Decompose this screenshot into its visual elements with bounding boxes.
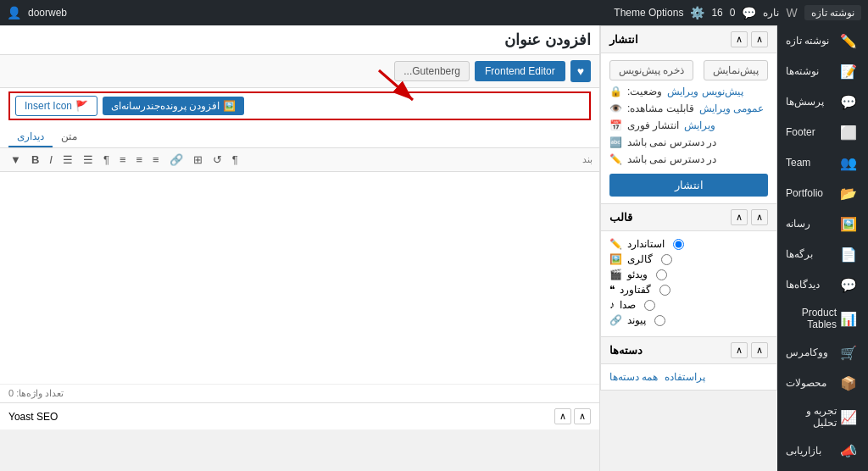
categories-section-header: ∧ ∧ دسته‌ها <box>601 337 776 364</box>
sidebar-item-marketing[interactable]: 📣 بازاریابی <box>777 435 868 466</box>
comments2-icon: 💬 <box>840 276 857 293</box>
sidebar-item-product-tables[interactable]: 📊 Product Tables <box>777 300 868 337</box>
slug-icon: 🔤 <box>609 136 622 148</box>
sidebar-label-portfolio: Portfolio <box>786 187 823 199</box>
editor-tabs: متن دیداری <box>0 124 599 148</box>
sidebar-item-products[interactable]: 📦 محصولات <box>777 368 868 398</box>
gutenberg-button[interactable]: Gutenberg... <box>394 61 470 81</box>
format-audio-radio[interactable] <box>644 300 655 311</box>
categories-common-link[interactable]: پراستفاده <box>665 371 705 383</box>
format-audio-icon: ♪ <box>609 299 615 311</box>
sidebar-item-footer[interactable]: ⬜ Footer <box>777 117 868 147</box>
media-icon: 🖼️ <box>840 215 857 232</box>
publish-button[interactable]: انتشار <box>609 174 768 197</box>
insert-bar-container: 🖼️ افزودن پرونده‌جندرسانه‌ای 🚩 Insert Ic… <box>0 91 599 120</box>
toolbar-paragraph[interactable]: ¶ <box>229 152 242 168</box>
cat-collapse-btn[interactable]: ∧ <box>751 342 768 358</box>
toolbar-italic[interactable]: I <box>46 152 56 168</box>
site-name[interactable]: doorweb <box>28 7 67 19</box>
settings-icon[interactable]: ⚙️ <box>690 6 704 19</box>
theme-options-label[interactable]: Theme Options <box>614 7 683 19</box>
sidebar-item-media[interactable]: 🖼️ رسانه <box>777 208 868 239</box>
tab-visual[interactable]: دیداری <box>8 127 53 147</box>
sidebar-item-woocommerce[interactable]: 🛒 ووکامرس <box>777 337 868 368</box>
format-up-btn[interactable]: ∧ <box>731 209 748 225</box>
format-title: قالب <box>609 211 632 224</box>
toolbar-align-l[interactable]: ≡ <box>149 152 163 168</box>
sidebar-label-media: رسانه <box>786 218 810 230</box>
editor-body[interactable] <box>0 172 599 384</box>
yoast-seo-bar[interactable]: ∧ ∧ Yoast SEO <box>0 402 599 429</box>
insert-icon-button[interactable]: 🚩 Insert Icon <box>15 96 97 116</box>
toolbar-link[interactable]: 🔗 <box>166 152 186 168</box>
frontend-editor-button[interactable]: Frontend Editor <box>475 61 565 81</box>
format-link-icon: 🔗 <box>609 314 622 326</box>
main-content-wrapper: ∧ ∧ انتشار پیش‌نمایش ذخره پیش‌نویس پیش‌ن… <box>0 25 777 471</box>
yoast-up-btn[interactable]: ∧ <box>574 408 591 424</box>
person-icon: 👤 <box>7 6 21 19</box>
format-link-radio[interactable] <box>654 315 665 326</box>
sidebar-item-analytics[interactable]: 📈 تجربه و تحلیل <box>777 398 868 435</box>
publish-collapse-btn[interactable]: ∧ <box>751 31 768 47</box>
preview-button[interactable]: پیش‌نمایش <box>704 60 768 80</box>
new-post-icon: ✏️ <box>840 32 857 49</box>
sidebar-item-team[interactable]: 👥 Team <box>777 147 868 178</box>
upload-media-button[interactable]: 🖼️ افزودن پرونده‌جندرسانه‌ای <box>103 97 244 115</box>
sidebar-label-new-post: نوشته تازه <box>786 35 829 47</box>
top-bar-left: doorweb 👤 <box>7 6 67 19</box>
posts-icon: 📝 <box>840 63 857 80</box>
update-count: 16 <box>711 7 722 19</box>
format-collapse-btn[interactable]: ∧ <box>751 209 768 225</box>
categories-all-link[interactable]: همه دسته‌ها <box>609 371 658 383</box>
toolbar-left: ¶ ↺ ⊞ 🔗 ≡ ≡ ≡ ¶ ☰ ☰ I B <box>7 152 242 168</box>
sidebar-label-team: Team <box>786 157 810 169</box>
format-video-radio[interactable] <box>656 269 667 280</box>
yoast-collapse-btn[interactable]: ∧ <box>554 408 571 424</box>
footer-icon: ⬜ <box>840 124 857 141</box>
tab-text[interactable]: متن <box>53 127 86 147</box>
sidebar-label-comments: پرسش‌ها <box>786 96 824 108</box>
categories-section-body: پراستفاده همه دسته‌ها <box>601 364 776 390</box>
format-gallery-radio[interactable] <box>661 254 672 265</box>
pages-icon: 📄 <box>840 246 857 263</box>
format-quote-radio[interactable] <box>659 285 670 296</box>
sidebar-item-posts[interactable]: 📝 نوشته‌ها <box>777 56 868 86</box>
toolbar-table[interactable]: ⊞ <box>190 152 206 168</box>
upload-icon: 🖼️ <box>223 100 236 112</box>
sidebar-item-comments[interactable]: 💬 پرسش‌ها <box>777 86 868 117</box>
toolbar-more[interactable]: ▼ <box>7 152 25 168</box>
toolbar-ul2[interactable]: ☰ <box>59 152 76 168</box>
site-title[interactable]: نوشته تازه <box>804 5 861 20</box>
save-draft-button[interactable]: ذخره پیش‌نویس <box>609 60 693 80</box>
sidebar-item-portfolio[interactable]: 📂 Portfolio <box>777 178 868 208</box>
publish-link[interactable]: ویرایش <box>684 119 715 131</box>
sidebar-item-appearance[interactable]: 🎨 نمایش <box>777 466 868 471</box>
flag-icon: 🚩 <box>75 100 88 112</box>
visibility-icon: 👁️ <box>609 103 622 114</box>
toolbar-align-r[interactable]: ≡ <box>116 152 130 168</box>
sidebar-item-new-post[interactable]: ✏️ نوشته تازه <box>777 25 868 56</box>
format-audio: صدا ♪ <box>609 299 768 311</box>
publish-up-btn[interactable]: ∧ <box>731 31 748 47</box>
toolbar-ul1[interactable]: ☰ <box>80 152 97 168</box>
toolbar-ol[interactable]: ¶ <box>100 152 113 168</box>
format-section: ∧ ∧ قالب استاندارد ✏️ گالری <box>600 204 777 337</box>
sidebar-item-pages[interactable]: 📄 برگه‌ها <box>777 239 868 269</box>
format-quote-icon: ❝ <box>609 284 615 296</box>
cat-up-btn[interactable]: ∧ <box>731 342 748 358</box>
sidebar-label-product-tables: Product Tables <box>786 307 837 330</box>
format-standard-radio[interactable] <box>673 239 684 250</box>
analytics-icon: 📈 <box>840 408 857 425</box>
toolbar-align-c[interactable]: ≡ <box>132 152 146 168</box>
status-edit-link[interactable]: پیش‌نویس ویرایش <box>667 86 743 97</box>
portfolio-icon: 📂 <box>840 185 857 202</box>
toolbar-undo[interactable]: ↺ <box>209 152 225 168</box>
publish-title: انتشار <box>609 33 638 46</box>
editor-toolbar: بند ¶ ↺ ⊞ 🔗 ≡ ≡ ≡ ¶ ☰ ☰ <box>0 148 599 172</box>
toolbar-bind-label: بند <box>582 154 593 165</box>
visibility-edit-link[interactable]: عمومی ویرایش <box>699 103 764 114</box>
toolbar-bold[interactable]: B <box>28 152 42 168</box>
format-gallery-icon: 🖼️ <box>609 253 622 265</box>
sidebar-item-comments2[interactable]: 💬 دیدگاه‌ها <box>777 269 868 300</box>
heart-button[interactable]: ♥ <box>570 60 591 82</box>
